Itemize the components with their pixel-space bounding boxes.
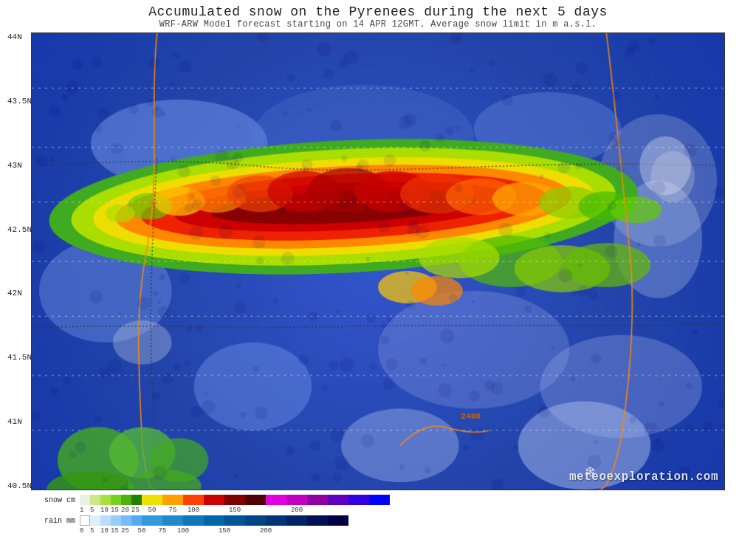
page-title: Accumulated snow on the Pyrenees during … — [148, 4, 608, 19]
rain-numbers: 0 5 10 15 25 50 75 100 150 200 — [80, 527, 725, 535]
y-label-42n: 42N — [7, 289, 32, 298]
snow-numbers: 1 5 10 15 20 25 50 75 100 150 200 — [80, 507, 725, 514]
y-label-43n: 43N — [7, 161, 32, 170]
watermark-text: meteoexploration.com — [569, 470, 718, 484]
y-label-405n: 40.5N — [7, 481, 32, 490]
page-container: Accumulated snow on the Pyrenees during … — [0, 0, 756, 539]
rain-legend-label: rain mm — [31, 517, 75, 525]
map-canvas — [32, 33, 724, 490]
y-label-425n: 42.5N — [7, 225, 32, 234]
rain-legend-row: rain mm — [31, 515, 725, 526]
y-axis-labels: 44N 43.5N 43N 42.5N 42N 41.5N 41N 40.5N — [7, 32, 32, 490]
elevation-label: 2400 — [461, 412, 481, 421]
y-label-415n: 41.5N — [7, 353, 32, 362]
page-subtitle: WRF-ARW Model forecast starting on 14 AP… — [159, 19, 597, 30]
map-area: 2400 ❄ meteoexploration.com — [31, 32, 725, 490]
snow-legend-label: snow cm — [31, 496, 75, 504]
y-label-41n: 41N — [7, 417, 32, 426]
y-label-435n: 43.5N — [7, 97, 32, 106]
rain-legend-bar — [80, 515, 348, 526]
y-label-44n: 44N — [7, 32, 32, 41]
legend-area: snow cm — [31, 495, 725, 535]
snow-legend-row: snow cm — [31, 495, 725, 505]
snow-legend-bar — [80, 495, 390, 505]
